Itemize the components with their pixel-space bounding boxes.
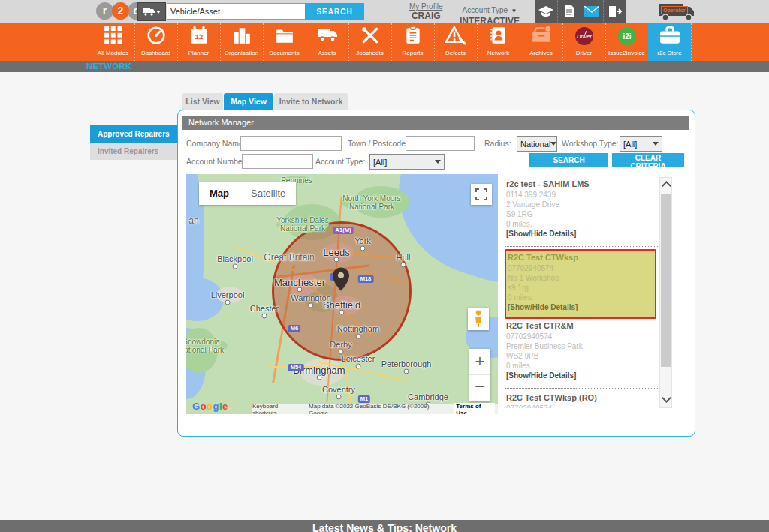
tab-map-view[interactable]: Map View [224,93,273,110]
scroll-down-icon[interactable] [662,393,671,403]
module-tile-jobsheets[interactable]: Jobsheets [348,23,392,61]
module-tile-all-modules[interactable]: All Modules [92,23,135,61]
city-dot [262,314,267,319]
road-badge: A1(M) [333,227,354,234]
tab-list-view[interactable]: List View [182,93,223,110]
module-tile-archives[interactable]: Archives [520,23,563,61]
tools-icon [348,23,391,50]
city-dot [317,375,322,380]
module-tile-organisation[interactable]: Organisation [220,23,264,61]
show-hide-details-link[interactable]: [Show/Hide Details] [506,371,655,381]
workshop-type-select[interactable]: [All] [620,136,662,152]
truck-icon [306,23,348,50]
logout-icon[interactable] [604,0,626,23]
module-tile-dashboard[interactable]: Dashboard [134,23,178,61]
header-search-button[interactable]: SEARCH [305,3,364,20]
city-dot [339,310,345,315]
map-label: York [354,236,371,245]
module-tile-issue2invoice[interactable]: i2iIssue2Invoice [605,23,649,61]
account-number-field[interactable] [242,154,313,169]
repairer-detail: No 1 Workshop [508,273,652,283]
repairer-card[interactable]: R2C Test CTWksp (RO)07702940574Ludford F… [505,391,658,408]
repairer-card[interactable]: R2C Test CTR&M07702940574Premier Busines… [505,319,658,386]
workshop-type-value: [All] [623,140,637,149]
map-type-map-button[interactable]: Map [199,182,240,205]
header-divider [526,2,526,20]
training-cap-icon[interactable] [535,0,558,23]
account-type-select[interactable]: [All] [369,154,445,170]
pegman-button[interactable] [468,308,489,330]
show-hide-details-link[interactable]: [Show/Hide Details] [508,302,652,313]
repairer-detail: 0 miles. [508,293,652,302]
pegman-icon [473,310,484,328]
repairer-detail: 07702940574 [508,263,652,273]
fullscreen-icon [475,188,487,200]
repairer-name: r2c test - SAHIM LMS [506,179,655,190]
repairer-name: R2C Test CTWksp [508,252,652,263]
contacts-icon [477,23,520,50]
truck-icon [143,7,155,17]
radius-value: National [520,140,550,149]
module-tile-reports[interactable]: Reports [391,23,435,61]
footer-bar: Latest News & Tips: Network [0,520,769,532]
briefcase-icon [648,23,691,50]
account-type-value: [All] [373,158,387,167]
account-type-link[interactable]: Account Type [463,6,508,14]
app-screen: r2c SEARCH My Profile CRAIG Account Type… [0,0,769,532]
keyboard-shortcuts-link[interactable]: Keyboard shortcuts [252,403,303,415]
search-button[interactable]: SEARCH [529,153,608,167]
module-label: Planner [177,50,220,57]
svg-text:12: 12 [195,32,203,41]
account-number-label: Account Number: [186,154,247,170]
module-tile-documents[interactable]: Documents [263,23,306,61]
road-badge: M1 [358,395,370,403]
module-label: Jobsheets [348,50,391,57]
scrollbar-thumb[interactable] [661,194,671,367]
vehicle-asset-search-input[interactable] [167,3,309,20]
profile-name: CRAIG [409,11,442,21]
module-tile-driver[interactable]: DriverDriver [562,23,606,61]
town-postcode-field[interactable] [406,136,475,151]
map-label: Yorkshire Dales National Park [276,216,329,233]
module-tile-planner[interactable]: 12Planner [177,23,221,61]
map-label: Blackpool [217,254,253,263]
module-tile-assets[interactable]: Assets [306,23,349,61]
module-tile-r2c-store[interactable]: r2c Store [648,23,692,61]
map-pin-icon[interactable] [333,267,349,294]
map-label: Derby [330,340,351,349]
company-name-field[interactable] [240,136,342,151]
list-scrollbar[interactable] [659,177,672,408]
clear-criteria-button[interactable]: CLEAR CRITERIA [612,153,684,167]
mail-icon[interactable] [581,0,605,23]
repairer-card[interactable]: r2c test - SAHIM LMS0114 399 24392 Vanta… [505,177,658,244]
notifications-icon[interactable] [558,0,581,23]
google-map[interactable]: PenninesNorth York Moors National ParkYo… [186,174,498,414]
module-label: Driver [562,50,605,57]
header-divider [454,2,454,20]
tab-invite-to-network[interactable]: Invite to Network [274,93,348,110]
zoom-out-button[interactable]: − [469,374,490,401]
show-hide-details-link[interactable]: [Show/Hide Details] [506,229,655,239]
zoom-in-button[interactable]: + [469,349,490,374]
asset-type-dropdown[interactable] [137,2,166,21]
map-label: Snowdonia National Park [186,338,228,354]
fullscreen-button[interactable] [471,184,492,205]
clipboard-icon [391,23,434,50]
map-label: Leicester [342,354,375,363]
module-tile-defects[interactable]: Defects [434,23,478,61]
map-type-satellite-button[interactable]: Satellite [240,182,296,205]
radius-select[interactable]: National [517,136,557,152]
svg-text:i2i: i2i [623,32,631,41]
map-label: Nottingham [337,324,379,333]
my-profile-link[interactable]: My Profile [409,2,442,11]
scroll-up-icon[interactable] [662,181,671,191]
operator-label: Operator [661,6,688,14]
repairer-detail: Premier Business Park [506,341,655,351]
module-label: Organisation [220,50,263,57]
repairer-name: R2C Test CTWksp (RO) [506,392,655,404]
map-label: Sheffield [323,299,360,311]
terms-of-use-link[interactable]: Terms of Use [454,403,495,415]
module-tile-network[interactable]: Network [477,23,520,61]
i2i-icon: i2i [605,23,648,50]
repairer-card-highlighted[interactable]: R2C Test CTWksp07702940574No 1 Workshops… [505,249,656,319]
